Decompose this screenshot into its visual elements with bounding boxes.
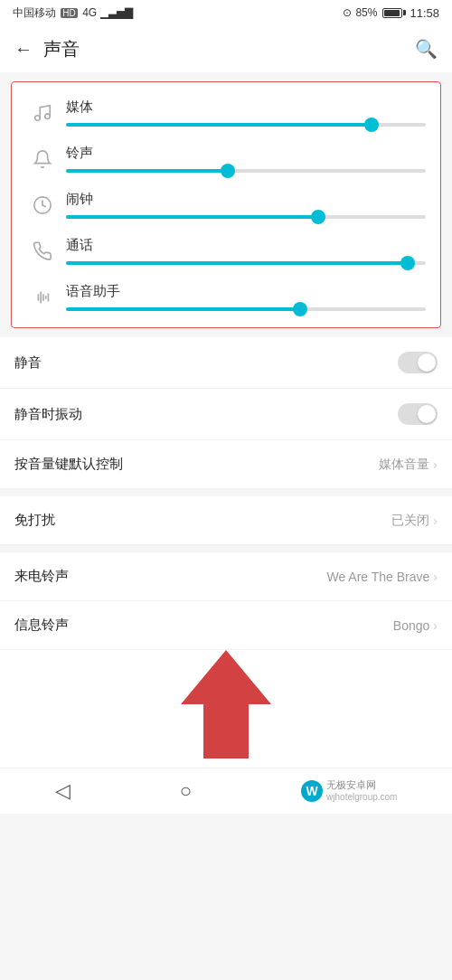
volume-label-ringtone: 铃声 xyxy=(66,145,426,162)
nav-back-button[interactable]: ◁ xyxy=(55,779,71,803)
clock-icon xyxy=(26,195,59,215)
slider-track-alarm[interactable] xyxy=(66,215,426,219)
volume-item-alarm: 闹钟 xyxy=(12,182,440,228)
phone-icon xyxy=(26,241,59,261)
ringtone-label: 来电铃声 xyxy=(14,568,69,585)
back-button[interactable]: ← xyxy=(14,39,33,60)
signal-text: 4G xyxy=(82,6,97,19)
dnd-value: 已关闭 xyxy=(391,513,429,529)
chevron-icon-message-tone: › xyxy=(433,618,438,633)
settings-row-mute[interactable]: 静音 xyxy=(0,337,452,389)
page-root: 中国移动 HD 4G ▁▃▅▇ ⊙ 85% 11:58 ← 声音 🔍 xyxy=(0,0,452,814)
mute-toggle[interactable] xyxy=(398,352,438,373)
slider-fill-media xyxy=(66,123,372,127)
volume-label-voice: 语音助手 xyxy=(66,283,426,300)
slider-thumb-call[interactable] xyxy=(400,256,415,270)
dnd-right: 已关闭 › xyxy=(391,513,438,529)
vibrate-toggle[interactable] xyxy=(398,403,438,425)
alarm-icon: ⊙ xyxy=(343,6,352,19)
slider-track-call[interactable] xyxy=(66,261,426,265)
vol-key-label: 按音量键默认控制 xyxy=(14,456,123,473)
vibrate-toggle-knob xyxy=(418,405,436,423)
volume-item-ringtone: 铃声 xyxy=(12,136,440,182)
settings-row-vol-key[interactable]: 按音量键默认控制 媒体音量 › xyxy=(0,440,452,489)
ringtone-right: We Are The Brave › xyxy=(326,570,438,584)
ringtone-value: We Are The Brave xyxy=(326,570,429,584)
slider-track-voice[interactable] xyxy=(66,307,426,311)
svg-point-0 xyxy=(35,115,41,120)
bell-icon xyxy=(26,149,59,169)
status-right: ⊙ 85% 11:58 xyxy=(343,6,439,20)
chevron-icon-dnd: › xyxy=(433,514,438,528)
red-arrow-svg xyxy=(127,650,325,768)
music-icon xyxy=(26,103,59,123)
header-left: ← 声音 xyxy=(14,37,80,61)
volume-content-media: 媒体 xyxy=(66,99,426,127)
watermark: W 无极安卓网 wjhotelgroup.com xyxy=(301,779,397,802)
settings-row-ringtone[interactable]: 来电铃声 We Are The Brave › xyxy=(0,552,452,601)
slider-thumb-alarm[interactable] xyxy=(311,210,325,224)
watermark-url: wjhotelgroup.com xyxy=(326,792,397,803)
message-tone-value: Bongo xyxy=(393,618,429,633)
settings-row-message-tone[interactable]: 信息铃声 Bongo › xyxy=(0,601,452,650)
chevron-icon-ringtone: › xyxy=(433,570,438,584)
settings-row-dnd[interactable]: 免打扰 已关闭 › xyxy=(0,496,452,545)
signal-bars: ▁▃▅▇ xyxy=(100,6,133,19)
volume-item-voice: 语音助手 xyxy=(12,274,440,320)
volume-section: 媒体 铃声 xyxy=(11,81,441,328)
volume-content-ringtone: 铃声 xyxy=(66,145,426,173)
vol-key-value: 媒体音量 xyxy=(379,457,429,473)
svg-marker-9 xyxy=(181,650,271,759)
dnd-label: 免打扰 xyxy=(14,512,55,529)
slider-fill-call xyxy=(66,261,408,265)
slider-thumb-ringtone[interactable] xyxy=(221,164,235,178)
volume-label-media: 媒体 xyxy=(66,99,426,116)
battery-icon xyxy=(382,8,402,18)
slider-thumb-media[interactable] xyxy=(364,118,379,132)
time-display: 11:58 xyxy=(410,6,439,20)
slider-fill-voice xyxy=(66,307,300,311)
wave-icon xyxy=(26,287,59,307)
svg-point-1 xyxy=(45,113,51,118)
mute-toggle-knob xyxy=(418,353,436,372)
slider-thumb-voice[interactable] xyxy=(293,302,307,316)
watermark-text: 无极安卓网 wjhotelgroup.com xyxy=(326,779,397,802)
nav-home-button[interactable]: ○ xyxy=(180,779,192,803)
slider-track-ringtone[interactable] xyxy=(66,169,426,173)
slider-fill-ringtone xyxy=(66,169,228,173)
section-divider-2 xyxy=(0,545,452,552)
volume-content-voice: 语音助手 xyxy=(66,283,426,311)
watermark-logo: W xyxy=(301,780,323,802)
slider-fill-alarm xyxy=(66,215,318,219)
volume-label-alarm: 闹钟 xyxy=(66,191,426,208)
volume-label-call: 通话 xyxy=(66,237,426,254)
nav-bar: ◁ ○ W 无极安卓网 wjhotelgroup.com xyxy=(0,768,452,814)
volume-item-media: 媒体 xyxy=(12,90,440,136)
hd-badge: HD xyxy=(61,8,77,18)
chevron-icon-vol-key: › xyxy=(433,457,438,472)
arrow-area xyxy=(0,650,452,768)
volume-content-call: 通话 xyxy=(66,237,426,265)
page-title: 声音 xyxy=(43,37,80,61)
vol-key-right: 媒体音量 › xyxy=(379,457,438,473)
carrier-text: 中国移动 HD 4G ▁▃▅▇ xyxy=(13,5,133,21)
volume-item-call: 通话 xyxy=(12,228,440,274)
settings-row-vibrate[interactable]: 静音时振动 xyxy=(0,389,452,440)
battery-percent: 85% xyxy=(355,6,377,19)
settings-section: 静音 静音时振动 按音量键默认控制 媒体音量 › 免打扰 已关闭 xyxy=(0,337,452,650)
message-tone-label: 信息铃声 xyxy=(14,617,69,634)
mute-label: 静音 xyxy=(14,354,42,372)
message-tone-right: Bongo › xyxy=(393,618,438,633)
volume-content-alarm: 闹钟 xyxy=(66,191,426,219)
slider-track-media[interactable] xyxy=(66,123,426,127)
section-divider-1 xyxy=(0,489,452,496)
header: ← 声音 🔍 xyxy=(0,25,452,72)
search-button[interactable]: 🔍 xyxy=(415,38,438,60)
status-bar: 中国移动 HD 4G ▁▃▅▇ ⊙ 85% 11:58 xyxy=(0,0,452,25)
vibrate-label: 静音时振动 xyxy=(14,406,82,423)
